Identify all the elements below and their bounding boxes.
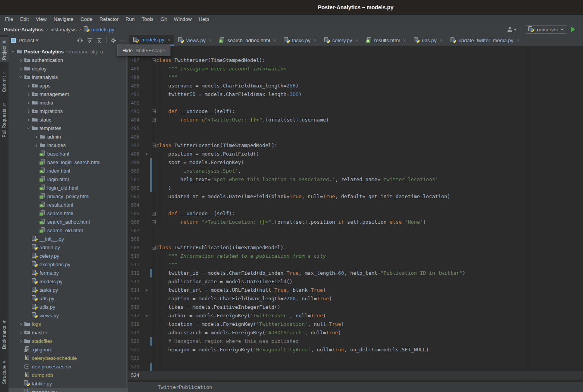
code-line-520[interactable]: 520 # Hexagonal region where this was pu… [128, 337, 583, 346]
chevron-collapsed-icon[interactable]: › [26, 91, 32, 97]
code-line-507[interactable]: 507 [128, 226, 583, 235]
code-line-488[interactable]: 488 """ Instagram users account informat… [128, 65, 583, 73]
tab-close-icon[interactable]: × [440, 38, 443, 43]
fold-collapse-icon[interactable] [152, 246, 156, 250]
chevron-collapsed-icon[interactable]: › [18, 66, 24, 71]
code-line-516[interactable]: 516 likes = models.PositiveIntegerField(… [128, 303, 583, 312]
fold-end-icon[interactable] [152, 118, 156, 122]
gutter-line-522[interactable]: 522 [128, 354, 156, 363]
code-line-499[interactable]: 499 spot = models.ForeignKey( [128, 158, 583, 167]
gutter-line-498[interactable]: 498 [128, 150, 156, 158]
tree-item-privacy-policy-html[interactable]: Hprivacy_policy.html [9, 192, 128, 200]
gutter-line-513[interactable]: 513 [128, 277, 156, 286]
code-line-500[interactable]: 500 'instanalysis.Spot', [128, 167, 583, 175]
gutter-line-523[interactable]: 523 [128, 363, 156, 371]
fold-collapse-icon[interactable] [152, 212, 156, 216]
chevron-expanded-icon[interactable]: › [26, 125, 31, 131]
tab-close-icon[interactable]: × [355, 38, 358, 43]
menu-navigate[interactable]: Navigate [50, 15, 77, 24]
tab-search-adhoc-html[interactable]: Hsearch_adhoc.html× [215, 35, 280, 46]
tree-item-staticfiles[interactable]: ›staticfiles [9, 337, 128, 345]
tree-item--init-py[interactable]: __init__.py [9, 235, 128, 243]
tree-item-index-html[interactable]: Hindex.html [9, 166, 128, 175]
code-line-505[interactable]: 505 def __unicode__(self): [128, 209, 583, 218]
code-line-501[interactable]: 501 help_text='Spot where this location … [128, 175, 583, 184]
tree-item-poster-analytics[interactable]: ›Poster-Analytics~/mariano-bkp-u [9, 47, 128, 56]
code-editor[interactable]: 487class TwitterUser(TimeStampedModel):4… [128, 46, 583, 382]
run-configuration-select[interactable]: runserver [525, 25, 567, 34]
user-account-button[interactable] [507, 26, 517, 33]
breadcrumb-item[interactable]: models.py [84, 26, 114, 33]
gutter-line-496[interactable]: 496 [128, 133, 156, 141]
tree-item-forms-py[interactable]: forms.py [9, 269, 128, 277]
collapse-all-button[interactable] [96, 38, 102, 43]
gutter-line-509[interactable]: 509 [128, 243, 156, 252]
menu-view[interactable]: View [32, 15, 50, 24]
tree-item-admin-py[interactable]: admin.py [9, 243, 128, 252]
code-line-503[interactable]: 503 updated_at = models.DateTimeField(bl… [128, 192, 583, 201]
tree-item-media[interactable]: ›media [9, 98, 128, 107]
code-line-508[interactable]: 508 [128, 235, 583, 243]
tree-item-dump-rdb[interactable]: ?dump.rdb [9, 371, 128, 379]
menu-run[interactable]: Run [122, 15, 138, 24]
gutter-line-503[interactable]: 503 [128, 192, 156, 201]
code-line-491[interactable]: 491 twitterID = models.CharField(max_len… [128, 90, 583, 99]
chevron-collapsed-icon[interactable]: › [26, 108, 32, 114]
gutter-line-489[interactable]: 489 [128, 73, 156, 82]
tree-item-search-html[interactable]: Hsearch.html [9, 209, 128, 217]
settings-gear-button[interactable] [110, 38, 116, 43]
tab-views-py[interactable]: views.py× [174, 35, 215, 46]
tab-close-icon[interactable]: × [167, 37, 170, 43]
code-line-511[interactable]: 511 """ [128, 260, 583, 269]
chevron-collapsed-icon[interactable]: › [26, 83, 32, 88]
code-line-523[interactable]: 523 [128, 363, 583, 371]
chevron-collapsed-icon[interactable]: › [18, 321, 24, 327]
gutter-line-490[interactable]: 490 [128, 82, 156, 90]
code-line-513[interactable]: 513 publication_date = models.DateTimeFi… [128, 277, 583, 286]
code-line-506[interactable]: 506 return "<TwitterLocation: {}>".forma… [128, 218, 583, 226]
gutter-line-495[interactable]: 495 [128, 124, 156, 133]
tree-item-results-html[interactable]: Hresults.html [9, 200, 128, 209]
tree-item-fabfile-py[interactable]: fabfile.py [9, 379, 128, 388]
tree-item-search-adhoc-html[interactable]: Hsearch_adhoc.html [9, 217, 128, 226]
code-line-492[interactable]: 492 [128, 99, 583, 107]
menu-help[interactable]: Help [195, 15, 213, 24]
code-line-494[interactable]: 494 return u"<TwitterUser: {}>".format(s… [128, 116, 583, 124]
gutter-line-488[interactable]: 488 [128, 65, 156, 73]
tree-item-base-login-search-html[interactable]: Hbase_login_search.html [9, 158, 128, 166]
stripe-item-structure[interactable]: ≡Structure [0, 357, 9, 387]
tree-item-logs[interactable]: ›logs [9, 320, 128, 328]
code-line-502[interactable]: 502 ) [128, 184, 583, 192]
tree-item-urls-py[interactable]: urls.py [9, 294, 128, 303]
code-line-509[interactable]: 509class TwitterPublication(TimeStampedM… [128, 243, 583, 252]
gutter-line-517[interactable]: 517 [128, 312, 156, 320]
code-line-521[interactable]: 521 hexagon = models.ForeignKey('Hexagon… [128, 346, 583, 354]
chevron-collapsed-icon[interactable]: › [33, 134, 40, 139]
menu-window[interactable]: Window [170, 15, 195, 24]
tree-item-manage-py[interactable]: manage.py [9, 388, 128, 392]
tab-close-icon[interactable]: × [273, 38, 276, 43]
tab-results-html[interactable]: Hresults.html× [362, 35, 410, 46]
chevron-collapsed-icon[interactable]: › [18, 330, 24, 335]
tree-item-templates[interactable]: ›templates [9, 124, 128, 132]
gutter-line-514[interactable]: 514 [128, 286, 156, 294]
tree-item--gitignore[interactable]: .gitignore [9, 345, 128, 354]
stripe-item-bookmarks[interactable]: ⚑Bookmarks [0, 317, 9, 351]
code-line-495[interactable]: 495 [128, 124, 583, 133]
gutter-line-505[interactable]: 505 [128, 209, 156, 218]
chevron-collapsed-icon[interactable]: › [18, 57, 24, 63]
gutter-line-518[interactable]: 518 [128, 320, 156, 329]
menu-code[interactable]: Code [77, 15, 96, 24]
gutter-line-511[interactable]: 511 [128, 260, 156, 269]
fold-collapse-icon[interactable] [152, 110, 156, 113]
gutter-line-515[interactable]: 515 [128, 294, 156, 303]
tab-urls-py[interactable]: urls.py× [410, 35, 447, 46]
menu-tools[interactable]: Tools [138, 15, 157, 24]
menu-file[interactable]: File [2, 15, 17, 24]
tree-item-exceptions-py[interactable]: exceptions.py [9, 260, 128, 269]
tab-update-twitter-media-py[interactable]: update_twitter_media.py× [447, 35, 523, 46]
gutter-line-510[interactable]: 510 [128, 252, 156, 260]
code-line-524[interactable]: 524 [128, 371, 583, 380]
run-button[interactable] [571, 27, 575, 32]
code-line-518[interactable]: 518 location = models.ForeignKey('Twitte… [128, 320, 583, 329]
